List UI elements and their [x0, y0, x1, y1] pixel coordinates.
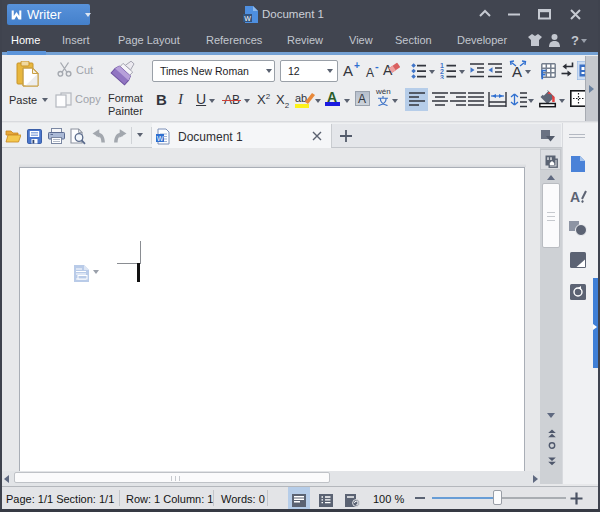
svg-text:A: A — [570, 189, 580, 205]
svg-text:W: W — [244, 15, 251, 22]
svg-text:W: W — [157, 135, 164, 142]
svg-text:3: 3 — [440, 74, 444, 80]
